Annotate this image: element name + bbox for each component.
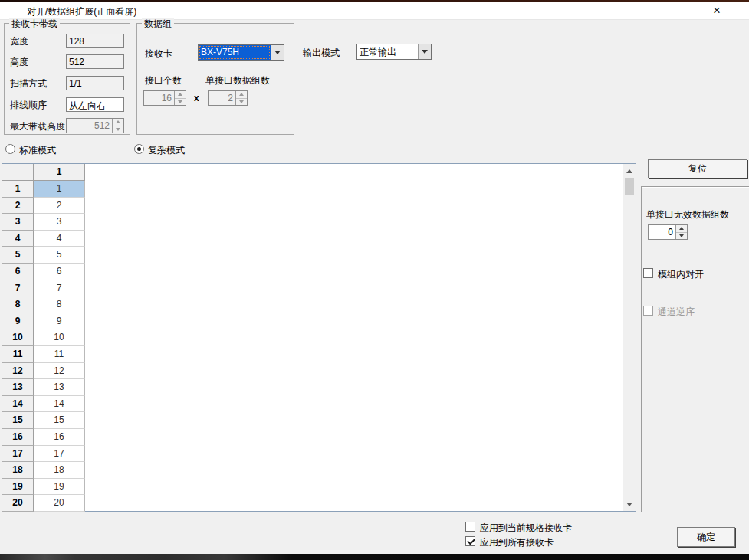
row-header[interactable]: 17 xyxy=(2,446,34,463)
scan-mode-field[interactable]: 1/1 xyxy=(66,76,124,90)
row-header[interactable]: 12 xyxy=(2,363,34,380)
width-field[interactable]: 128 xyxy=(66,34,124,48)
grid-cell[interactable]: 16 xyxy=(34,429,85,446)
channel-reverse-checkbox[interactable] xyxy=(643,306,653,316)
cable-order-field[interactable]: 从左向右 xyxy=(66,97,124,112)
spin-up-icon[interactable] xyxy=(676,225,687,232)
grid-cell[interactable]: 20 xyxy=(34,495,85,512)
spin-down-icon[interactable] xyxy=(113,126,123,133)
grid-cell[interactable]: 17 xyxy=(34,446,85,463)
multiply-label: x xyxy=(194,93,199,103)
module-split-label[interactable]: 模组内对开 xyxy=(658,268,704,281)
row-header[interactable]: 5 xyxy=(2,247,34,264)
grid-cell[interactable]: 7 xyxy=(34,280,85,297)
row-header[interactable]: 7 xyxy=(2,280,34,297)
row-header[interactable]: 14 xyxy=(2,396,34,413)
table-row: 22 xyxy=(2,198,87,215)
grid-cell[interactable]: 13 xyxy=(34,379,85,396)
row-header[interactable]: 6 xyxy=(2,264,34,280)
apply-current-spec-checkbox[interactable] xyxy=(465,522,475,532)
row-header[interactable]: 13 xyxy=(2,379,34,396)
row-header[interactable]: 16 xyxy=(2,429,34,446)
row-header[interactable]: 9 xyxy=(2,313,34,330)
output-mode-select[interactable]: 正常输出 xyxy=(356,44,432,60)
max-load-height-value: 512 xyxy=(67,119,112,133)
grid-cell[interactable]: 1 xyxy=(34,181,85,198)
grid-cell[interactable]: 19 xyxy=(34,479,85,496)
groups-per-port-stepper[interactable]: 2 xyxy=(208,90,248,106)
row-header[interactable]: 15 xyxy=(2,412,34,429)
scroll-down-icon[interactable] xyxy=(623,498,636,510)
title-bar: 对开/数据组扩展(正面看屏) × xyxy=(0,2,749,20)
grid-cell[interactable]: 10 xyxy=(34,329,85,346)
row-header[interactable]: 19 xyxy=(2,479,34,496)
grid-cell[interactable]: 9 xyxy=(34,313,85,330)
radio-complex-mode-label[interactable]: 复杂模式 xyxy=(148,144,185,157)
grid-vertical-scrollbar[interactable] xyxy=(623,164,636,511)
channel-reverse-label: 通道逆序 xyxy=(658,306,695,319)
spin-down-icon[interactable] xyxy=(175,98,186,106)
apply-all-label[interactable]: 应用到所有接收卡 xyxy=(480,536,554,549)
group-data-group-title: 数据组 xyxy=(142,18,174,31)
grid-cell[interactable]: 6 xyxy=(34,264,85,280)
radio-complex-mode[interactable] xyxy=(134,144,144,154)
table-row: 1717 xyxy=(2,446,87,463)
row-header[interactable]: 1 xyxy=(2,181,34,198)
grid-cell[interactable]: 11 xyxy=(34,346,85,363)
chevron-down-icon[interactable] xyxy=(271,45,284,60)
chevron-down-icon[interactable] xyxy=(418,44,431,59)
receiver-card-select[interactable]: BX-V75H xyxy=(198,44,284,61)
reset-button[interactable]: 复位 xyxy=(648,159,747,178)
spin-up-icon[interactable] xyxy=(175,91,186,98)
invalid-groups-label: 单接口无效数据组数 xyxy=(646,208,729,221)
row-header[interactable]: 10 xyxy=(2,329,34,346)
apply-current-spec-label[interactable]: 应用到当前规格接收卡 xyxy=(480,522,572,535)
height-field[interactable]: 512 xyxy=(66,54,124,69)
grid-corner-header[interactable] xyxy=(2,164,34,181)
grid-cell[interactable]: 15 xyxy=(34,412,85,429)
scroll-up-icon[interactable] xyxy=(623,165,636,177)
group-data-group: 数据组 接收卡 BX-V75H 接口个数 单接口数据组数 16 x 2 xyxy=(136,23,294,135)
radio-standard-mode[interactable] xyxy=(5,144,15,154)
table-row: 88 xyxy=(2,296,87,313)
spin-down-icon[interactable] xyxy=(236,98,247,106)
row-header[interactable]: 20 xyxy=(2,495,34,512)
close-icon[interactable]: × xyxy=(705,2,728,19)
scan-mode-label: 扫描方式 xyxy=(10,77,47,90)
max-load-height-stepper[interactable]: 512 xyxy=(66,118,124,133)
height-label: 高度 xyxy=(10,56,28,69)
right-panel-left-separator xyxy=(641,186,642,512)
grid-cell[interactable]: 18 xyxy=(34,462,85,479)
row-header[interactable]: 11 xyxy=(2,346,34,363)
port-count-stepper[interactable]: 16 xyxy=(143,90,186,106)
row-header[interactable]: 18 xyxy=(2,462,34,479)
receiver-card-selected-value: BX-V75H xyxy=(199,45,271,60)
width-label: 宽度 xyxy=(10,35,28,48)
grid-cell[interactable]: 12 xyxy=(34,363,85,380)
table-row: 99 xyxy=(2,313,87,330)
table-row: 44 xyxy=(2,231,87,247)
grid-cell[interactable]: 4 xyxy=(34,231,85,247)
spin-up-icon[interactable] xyxy=(236,91,247,98)
apply-all-checkbox[interactable] xyxy=(465,536,475,546)
grid-cell[interactable]: 14 xyxy=(34,396,85,413)
grid-cell[interactable]: 5 xyxy=(34,247,85,264)
row-header[interactable]: 8 xyxy=(2,296,34,313)
grid-column-header[interactable]: 1 xyxy=(34,164,85,181)
row-header[interactable]: 3 xyxy=(2,214,34,231)
grid-cell[interactable]: 8 xyxy=(34,296,85,313)
spin-up-icon[interactable] xyxy=(113,119,123,126)
table-row: 33 xyxy=(2,214,87,231)
receiver-card-label: 接收卡 xyxy=(145,47,172,61)
grid-cell[interactable]: 3 xyxy=(34,214,85,231)
grid-cell[interactable]: 2 xyxy=(34,198,85,215)
row-header[interactable]: 4 xyxy=(2,231,34,247)
table-row: 1212 xyxy=(2,363,87,380)
radio-standard-mode-label[interactable]: 标准模式 xyxy=(19,144,56,157)
module-split-checkbox[interactable] xyxy=(643,268,653,278)
scrollbar-thumb[interactable] xyxy=(625,178,634,195)
ok-button[interactable]: 确定 xyxy=(677,527,735,547)
row-header[interactable]: 2 xyxy=(2,198,34,215)
spin-down-icon[interactable] xyxy=(676,232,687,240)
invalid-groups-stepper[interactable]: 0 xyxy=(648,224,688,240)
